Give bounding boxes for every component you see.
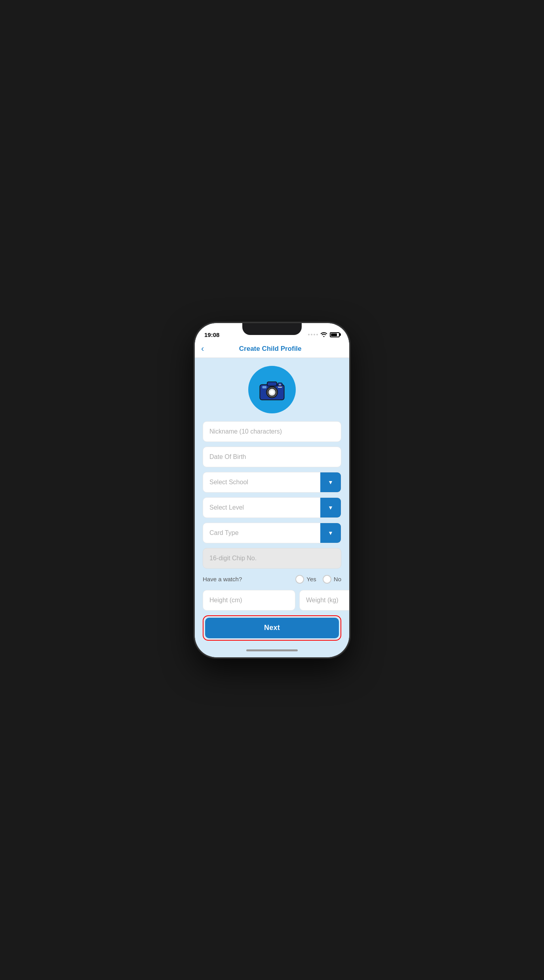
select-school-dropdown-btn[interactable]: ▼	[320, 472, 341, 492]
dob-input[interactable]	[203, 453, 341, 461]
watch-label: Have a watch?	[203, 576, 295, 582]
avatar-upload[interactable]	[248, 366, 296, 413]
content-area: ▼ ▼ ▼ Have a	[195, 358, 349, 644]
watch-radio-group: Yes No	[295, 575, 341, 584]
chevron-down-icon-2: ▼	[328, 504, 333, 511]
wifi-icon	[320, 331, 327, 338]
phone-frame: 19:08	[195, 323, 349, 657]
select-level-field: ▼	[203, 497, 341, 518]
card-type-dropdown-btn[interactable]: ▼	[320, 523, 341, 543]
watch-no-label: No	[334, 576, 341, 582]
dot4	[316, 334, 318, 335]
chevron-down-icon-3: ▼	[328, 530, 333, 536]
watch-row: Have a watch? Yes No	[203, 573, 341, 585]
status-icons	[308, 331, 340, 338]
card-type-field: ▼	[203, 523, 341, 543]
select-level-dropdown-btn[interactable]: ▼	[320, 498, 341, 518]
dot1	[308, 334, 310, 335]
select-level-input[interactable]	[203, 504, 320, 511]
watch-no-option[interactable]: No	[323, 575, 341, 584]
select-school-field: ▼	[203, 472, 341, 493]
svg-rect-4	[267, 382, 277, 386]
nickname-input[interactable]	[203, 428, 341, 435]
battery-fill	[331, 333, 337, 336]
select-school-input[interactable]	[203, 479, 320, 486]
height-field	[203, 590, 295, 611]
chevron-down-icon: ▼	[328, 479, 333, 485]
back-button[interactable]: ‹	[201, 344, 204, 354]
phone-screen: 19:08	[195, 323, 349, 657]
dot2	[311, 334, 312, 335]
nav-bar: ‹ Create Child Profile	[195, 341, 349, 358]
home-bar	[246, 649, 298, 651]
height-weight-row	[203, 590, 341, 611]
watch-yes-label: Yes	[306, 576, 316, 582]
weight-field	[299, 590, 349, 611]
watch-yes-option[interactable]: Yes	[295, 575, 316, 584]
home-indicator	[195, 644, 349, 657]
watch-yes-radio[interactable]	[295, 575, 304, 584]
chip-field	[203, 548, 341, 569]
height-input[interactable]	[203, 597, 295, 604]
notch	[242, 323, 302, 335]
battery-icon	[330, 332, 340, 337]
weight-input[interactable]	[300, 597, 349, 604]
svg-point-8	[279, 384, 281, 385]
card-type-input[interactable]	[203, 529, 320, 537]
dob-field	[203, 447, 341, 467]
svg-point-3	[270, 390, 274, 394]
signal-dots	[308, 334, 318, 335]
chip-input[interactable]	[203, 555, 341, 562]
page-title: Create Child Profile	[207, 345, 333, 353]
nickname-field	[203, 421, 341, 442]
svg-rect-5	[262, 386, 267, 388]
dot3	[314, 334, 315, 335]
watch-no-radio[interactable]	[323, 575, 331, 584]
next-button-wrapper: Next	[203, 615, 341, 641]
next-button[interactable]: Next	[205, 618, 339, 638]
camera-icon	[258, 378, 286, 402]
status-time: 19:08	[204, 331, 219, 338]
